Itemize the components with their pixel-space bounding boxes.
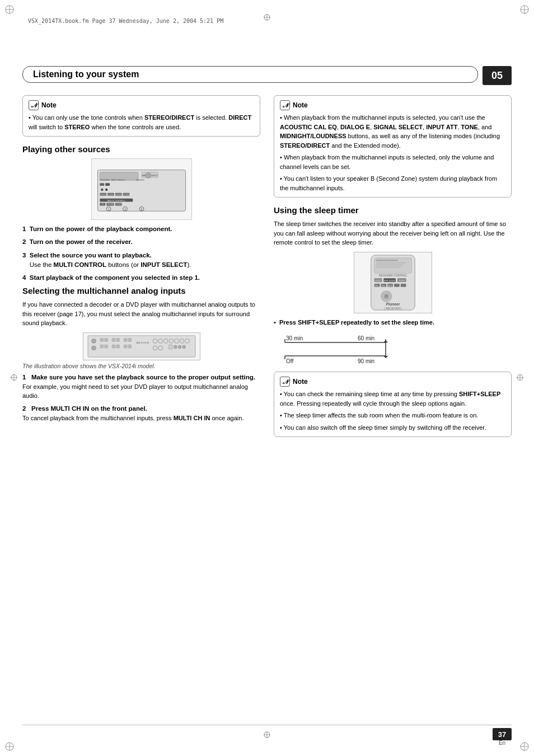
svg-text:30 min: 30 min [286,335,303,341]
svg-point-100 [384,294,388,298]
svg-text:VOL+: VOL+ [374,284,379,287]
svg-rect-83 [376,266,400,267]
note-text-2b: • When playback from the multichannel in… [280,153,505,171]
main-content: 𝒩 Note • You can only use the tone contr… [22,95,512,722]
svg-text:MULTI CONTROL: MULTI CONTROL [107,199,125,202]
svg-text:( RECEIVER ): ( RECEIVER ) [384,307,401,310]
bottom-center-crosshair [263,731,271,740]
svg-text:60 min: 60 min [358,335,374,341]
svg-text:1: 1 [107,208,109,211]
svg-rect-52 [100,338,104,341]
svg-rect-20 [105,183,110,186]
multichannel-image-container: MULTI CH IN [22,332,260,360]
step-1: 1 Turn on the power of the playback comp… [22,224,260,234]
section-heading-playing: Playing other sources [22,144,260,154]
svg-rect-19 [100,183,104,186]
svg-rect-54 [100,345,104,348]
receiver-image-container: INPUT SELECT RECEIVER INPUT SELECT SOURC… [22,158,260,220]
left-column: 𝒩 Note • You can only use the tone contr… [22,95,260,722]
svg-text:SOURCE: SOURCE [136,179,144,181]
note-label-2: Note [293,101,308,109]
right-center-crosshair [516,373,524,383]
svg-text:Pioneer: Pioneer [386,302,400,306]
right-column: 𝒩 Note • When playback from the multicha… [274,95,512,722]
svg-rect-56 [112,338,115,341]
svg-rect-59 [116,345,119,348]
svg-point-76 [178,345,181,349]
svg-point-75 [174,345,177,349]
note-label-1: Note [41,101,57,109]
svg-text:DIN/MD: DIN/MD [115,194,121,196]
svg-point-26 [105,189,107,191]
bottom-divider [22,725,512,725]
substep-text-2: To cancel playback from the multichannel… [22,414,260,423]
svg-text:TV/TAPE: TV/TAPE [123,194,129,196]
substep-heading-2: 2 Press MULTI CH IN on the front panel. [22,405,260,412]
corner-mark-br [519,741,530,752]
note-text-3c: • You can also switch off the sleep time… [280,423,505,433]
chapter-badge: 05 [483,66,512,85]
multichannel-image: MULTI CH IN [83,332,200,360]
svg-text:RECEIVER: RECEIVER [100,179,110,181]
note-box-1: 𝒩 Note • You can only use the tone contr… [22,95,260,137]
section-heading-sleep: Using the sleep timer [274,205,512,215]
svg-point-25 [101,189,103,191]
corner-mark-tr [519,4,530,15]
sleep-diagram-svg: 30 min 60 min Off 90 min [279,332,402,365]
svg-point-24 [145,173,151,179]
svg-point-50 [91,339,96,343]
remote-image: RECEIVER CONTROL INPUT SHP+SLEEP SLEEP V… [354,252,432,313]
svg-rect-58 [112,345,115,348]
note-text-3a: • You can check the remaining sleep time… [280,389,505,408]
section2-intro: If you have connected a decoder or a DVD… [22,300,260,328]
left-center-crosshair [10,373,18,383]
substep-text-1: For example, you might need to set your … [22,382,260,401]
note-box-2: 𝒩 Note • When playback from the multicha… [274,95,512,198]
note-box-3: 𝒩 Note • You can check the remaining sle… [274,372,512,437]
note-header-3: 𝒩 Note [280,377,505,387]
note-text-3b: • The sleep timer affects the sub room w… [280,411,505,420]
note-text-1: • You can only use the tone controls whe… [29,113,254,132]
step-2: 2 Turn on the power of the receiver. [22,237,260,247]
svg-rect-74 [168,345,173,349]
svg-text:INPUT SELECT: INPUT SELECT [111,179,125,181]
svg-rect-55 [104,345,107,348]
note-icon-1: 𝒩 [29,100,39,110]
image-caption: The illustration above shows the VSX-201… [22,363,260,369]
svg-rect-80 [376,259,397,261]
top-center-crosshair [263,13,271,23]
svg-rect-63 [128,345,132,348]
svg-rect-61 [128,338,132,341]
note-header-2: 𝒩 Note [280,100,505,110]
corner-mark-bl [4,741,15,752]
page-title-bar: Listening to your system [22,66,478,83]
note-header-1: 𝒩 Note [29,100,254,110]
svg-text:TV/SAT: TV/SAT [107,194,113,196]
step-4: 4 Start playback of the component you se… [22,273,260,283]
note-text-2a: • When playback from the multichannel in… [280,113,505,150]
svg-rect-82 [376,264,403,265]
svg-text:MULTI CH IN: MULTI CH IN [136,342,149,344]
svg-rect-97 [394,283,399,287]
svg-text:SLEEP: SLEEP [399,280,405,282]
note-label-3: Note [293,378,308,386]
svg-text:VOL-: VOL- [381,284,385,287]
section3-intro: The sleep timer switches the receiver in… [274,219,512,247]
press-shift-sleep-text: • Press SHIFT+SLEEP repeatedly to set th… [274,318,512,327]
svg-marker-116 [383,356,388,358]
svg-marker-115 [383,340,388,342]
page-number: 37 [493,728,512,740]
svg-text:CD-R/RW: CD-R/RW [106,203,114,205]
svg-point-51 [91,346,96,350]
svg-text:90 min: 90 min [358,358,374,364]
svg-point-77 [182,345,185,349]
substep-heading-1: 1 Make sure you have set the playback so… [22,374,260,381]
note-icon-3: 𝒩 [280,377,290,387]
corner-mark-tl [4,4,15,15]
svg-rect-98 [400,283,406,287]
remote-image-container: RECEIVER CONTROL INPUT SHP+SLEEP SLEEP V… [274,252,512,313]
svg-text:2: 2 [124,208,126,211]
svg-text:CD: CD [101,203,104,205]
section-heading-multichannel: Selecting the multichannel analog inputs [22,286,260,295]
svg-rect-53 [104,338,107,341]
